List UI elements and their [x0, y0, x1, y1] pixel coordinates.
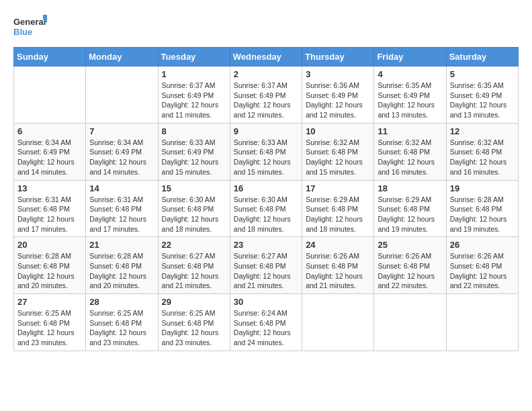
calendar-week-row: 20Sunrise: 6:28 AM Sunset: 6:48 PM Dayli… [14, 237, 519, 294]
calendar-cell [86, 66, 158, 124]
logo-svg: General Blue [13, 13, 47, 40]
calendar-cell: 20Sunrise: 6:28 AM Sunset: 6:48 PM Dayli… [14, 237, 86, 294]
calendar-cell: 12Sunrise: 6:32 AM Sunset: 6:48 PM Dayli… [446, 123, 518, 180]
day-number: 12 [450, 126, 515, 136]
day-number: 29 [162, 297, 226, 307]
day-info: Sunrise: 6:30 AM Sunset: 6:48 PM Dayligh… [162, 195, 226, 234]
day-info: Sunrise: 6:26 AM Sunset: 6:48 PM Dayligh… [378, 251, 442, 291]
weekday-tuesday: Tuesday [158, 48, 230, 66]
day-info: Sunrise: 6:28 AM Sunset: 6:48 PM Dayligh… [17, 251, 82, 291]
calendar-cell [446, 294, 518, 351]
calendar-cell: 23Sunrise: 6:27 AM Sunset: 6:48 PM Dayli… [230, 237, 302, 294]
weekday-header-row: SundayMondayTuesdayWednesdayThursdayFrid… [14, 48, 519, 66]
calendar-cell: 9Sunrise: 6:33 AM Sunset: 6:48 PM Daylig… [230, 123, 302, 180]
calendar-cell: 16Sunrise: 6:30 AM Sunset: 6:48 PM Dayli… [230, 180, 302, 237]
day-number: 17 [306, 183, 370, 193]
day-number: 5 [450, 69, 515, 79]
day-number: 24 [306, 240, 370, 250]
day-number: 23 [234, 240, 298, 250]
calendar-cell [302, 294, 374, 351]
calendar-cell: 27Sunrise: 6:25 AM Sunset: 6:48 PM Dayli… [14, 294, 86, 351]
day-info: Sunrise: 6:33 AM Sunset: 6:49 PM Dayligh… [162, 138, 226, 177]
day-info: Sunrise: 6:28 AM Sunset: 6:48 PM Dayligh… [89, 251, 154, 291]
day-info: Sunrise: 6:31 AM Sunset: 6:48 PM Dayligh… [17, 195, 82, 234]
calendar-cell: 26Sunrise: 6:26 AM Sunset: 6:48 PM Dayli… [446, 237, 518, 294]
day-info: Sunrise: 6:32 AM Sunset: 6:48 PM Dayligh… [378, 138, 442, 177]
calendar-cell: 10Sunrise: 6:32 AM Sunset: 6:48 PM Dayli… [302, 123, 374, 180]
calendar-week-row: 6Sunrise: 6:34 AM Sunset: 6:49 PM Daylig… [14, 123, 519, 180]
day-number: 7 [89, 126, 154, 136]
day-number: 13 [17, 183, 82, 193]
calendar-cell: 21Sunrise: 6:28 AM Sunset: 6:48 PM Dayli… [86, 237, 158, 294]
header: General Blue [13, 13, 519, 40]
calendar-cell: 18Sunrise: 6:29 AM Sunset: 6:48 PM Dayli… [374, 180, 446, 237]
calendar-cell: 13Sunrise: 6:31 AM Sunset: 6:48 PM Dayli… [14, 180, 86, 237]
day-number: 30 [234, 297, 298, 307]
day-number: 26 [450, 240, 515, 250]
calendar-cell: 25Sunrise: 6:26 AM Sunset: 6:48 PM Dayli… [374, 237, 446, 294]
calendar-cell: 11Sunrise: 6:32 AM Sunset: 6:48 PM Dayli… [374, 123, 446, 180]
day-info: Sunrise: 6:27 AM Sunset: 6:48 PM Dayligh… [234, 251, 298, 291]
day-number: 16 [234, 183, 298, 193]
day-number: 2 [234, 69, 298, 79]
day-number: 4 [378, 69, 442, 79]
day-number: 19 [450, 183, 515, 193]
day-info: Sunrise: 6:34 AM Sunset: 6:49 PM Dayligh… [17, 138, 82, 177]
day-number: 15 [162, 183, 226, 193]
calendar-cell: 2Sunrise: 6:37 AM Sunset: 6:49 PM Daylig… [230, 66, 302, 124]
day-info: Sunrise: 6:35 AM Sunset: 6:49 PM Dayligh… [378, 81, 442, 120]
weekday-saturday: Saturday [446, 48, 518, 66]
calendar-week-row: 13Sunrise: 6:31 AM Sunset: 6:48 PM Dayli… [14, 180, 519, 237]
day-info: Sunrise: 6:25 AM Sunset: 6:48 PM Dayligh… [89, 308, 154, 348]
calendar-cell: 3Sunrise: 6:36 AM Sunset: 6:49 PM Daylig… [302, 66, 374, 124]
day-info: Sunrise: 6:25 AM Sunset: 6:48 PM Dayligh… [17, 308, 82, 348]
weekday-friday: Friday [374, 48, 446, 66]
day-number: 21 [89, 240, 154, 250]
calendar-cell: 6Sunrise: 6:34 AM Sunset: 6:49 PM Daylig… [14, 123, 86, 180]
day-info: Sunrise: 6:35 AM Sunset: 6:49 PM Dayligh… [450, 81, 515, 120]
day-info: Sunrise: 6:24 AM Sunset: 6:48 PM Dayligh… [234, 308, 298, 348]
calendar-cell: 30Sunrise: 6:24 AM Sunset: 6:48 PM Dayli… [230, 294, 302, 351]
calendar-cell [14, 66, 86, 124]
calendar-cell [374, 294, 446, 351]
calendar-cell: 15Sunrise: 6:30 AM Sunset: 6:48 PM Dayli… [158, 180, 230, 237]
weekday-thursday: Thursday [302, 48, 374, 66]
day-number: 27 [17, 297, 82, 307]
weekday-wednesday: Wednesday [230, 48, 302, 66]
calendar-week-row: 1Sunrise: 6:37 AM Sunset: 6:49 PM Daylig… [14, 66, 519, 124]
day-info: Sunrise: 6:27 AM Sunset: 6:48 PM Dayligh… [162, 251, 226, 291]
day-number: 14 [89, 183, 154, 193]
day-number: 11 [378, 126, 442, 136]
day-info: Sunrise: 6:36 AM Sunset: 6:49 PM Dayligh… [306, 81, 370, 120]
weekday-sunday: Sunday [14, 48, 86, 66]
day-info: Sunrise: 6:26 AM Sunset: 6:48 PM Dayligh… [306, 251, 370, 291]
calendar-cell: 4Sunrise: 6:35 AM Sunset: 6:49 PM Daylig… [374, 66, 446, 124]
calendar-cell: 8Sunrise: 6:33 AM Sunset: 6:49 PM Daylig… [158, 123, 230, 180]
day-info: Sunrise: 6:37 AM Sunset: 6:49 PM Dayligh… [234, 81, 298, 120]
day-number: 3 [306, 69, 370, 79]
calendar-cell: 14Sunrise: 6:31 AM Sunset: 6:48 PM Dayli… [86, 180, 158, 237]
svg-text:General: General [13, 17, 46, 27]
calendar-cell: 28Sunrise: 6:25 AM Sunset: 6:48 PM Dayli… [86, 294, 158, 351]
logo: General Blue [13, 13, 47, 40]
day-number: 25 [378, 240, 442, 250]
day-info: Sunrise: 6:29 AM Sunset: 6:48 PM Dayligh… [306, 195, 370, 234]
day-info: Sunrise: 6:32 AM Sunset: 6:48 PM Dayligh… [306, 138, 370, 177]
day-info: Sunrise: 6:34 AM Sunset: 6:49 PM Dayligh… [89, 138, 154, 177]
day-info: Sunrise: 6:25 AM Sunset: 6:48 PM Dayligh… [162, 308, 226, 348]
calendar-cell: 7Sunrise: 6:34 AM Sunset: 6:49 PM Daylig… [86, 123, 158, 180]
weekday-monday: Monday [86, 48, 158, 66]
day-info: Sunrise: 6:26 AM Sunset: 6:48 PM Dayligh… [450, 251, 515, 291]
calendar-cell: 29Sunrise: 6:25 AM Sunset: 6:48 PM Dayli… [158, 294, 230, 351]
calendar-cell: 1Sunrise: 6:37 AM Sunset: 6:49 PM Daylig… [158, 66, 230, 124]
day-number: 8 [162, 126, 226, 136]
day-number: 1 [162, 69, 226, 79]
day-info: Sunrise: 6:30 AM Sunset: 6:48 PM Dayligh… [234, 195, 298, 234]
calendar-week-row: 27Sunrise: 6:25 AM Sunset: 6:48 PM Dayli… [14, 294, 519, 351]
day-number: 18 [378, 183, 442, 193]
day-number: 10 [306, 126, 370, 136]
calendar: SundayMondayTuesdayWednesdayThursdayFrid… [13, 47, 519, 351]
calendar-cell: 19Sunrise: 6:28 AM Sunset: 6:48 PM Dayli… [446, 180, 518, 237]
day-info: Sunrise: 6:31 AM Sunset: 6:48 PM Dayligh… [89, 195, 154, 234]
day-info: Sunrise: 6:32 AM Sunset: 6:48 PM Dayligh… [450, 138, 515, 177]
